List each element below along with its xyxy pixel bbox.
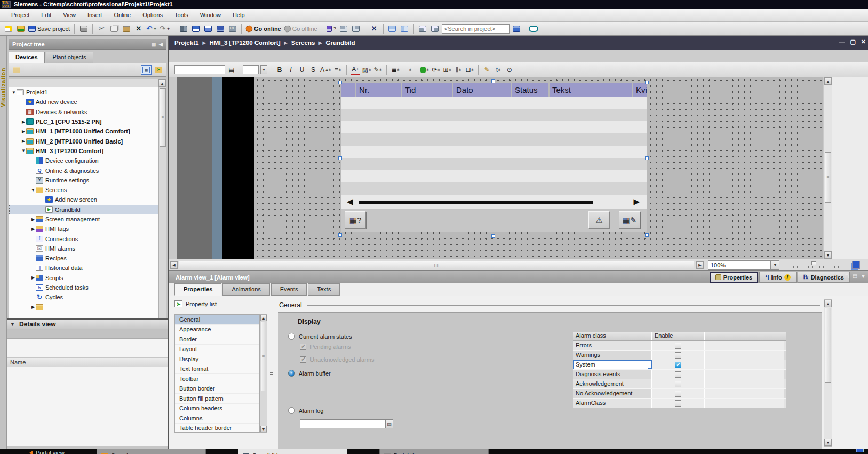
tree-item-hmi-tags[interactable]: ▶ HMI tags [9, 224, 166, 234]
tab-devices[interactable]: Devices [9, 52, 45, 63]
project-library-button[interactable] [511, 23, 522, 34]
align-button[interactable]: ≡± [333, 65, 343, 75]
collapse-panel-icon[interactable]: ▼ [861, 273, 866, 279]
property-item-button-fill[interactable]: Button fill pattern [175, 394, 259, 404]
tab-plant-objects[interactable]: Plant objects [46, 52, 93, 63]
menu-tools[interactable]: Tools [169, 10, 194, 20]
tree-item-devices-networks[interactable]: ▦ Devices & networks [9, 107, 166, 117]
inspector-splitter[interactable] [269, 314, 274, 433]
split-horizontal-button[interactable] [387, 23, 398, 34]
menu-options[interactable]: Options [137, 10, 169, 20]
scroll-left-icon[interactable]: ◀ [170, 261, 178, 269]
font-list-icon[interactable]: ▤ [227, 65, 236, 75]
fit-screen-icon[interactable] [852, 261, 860, 269]
breadcrumb-project[interactable]: Projekt1 [174, 39, 198, 46]
menu-project[interactable]: Project [5, 10, 35, 20]
collapsed-arrow-icon[interactable]: ▶ [21, 129, 26, 134]
property-item-appearance[interactable]: Appearance [175, 325, 259, 335]
details-view-toggle-button[interactable]: ▦ [141, 65, 152, 75]
property-item-button-border[interactable]: Button border [175, 384, 259, 394]
copy-button[interactable] [108, 23, 120, 34]
tree-scrollbar[interactable]: ▲ ≡ ▼ [158, 79, 166, 351]
search-input[interactable] [442, 24, 510, 34]
property-item-general[interactable]: General [175, 315, 259, 325]
split-vertical-button[interactable] [399, 23, 410, 34]
open-project-button[interactable] [15, 23, 26, 34]
enable-checkbox[interactable] [675, 352, 681, 359]
selection-handle[interactable] [645, 81, 649, 84]
save-project-button[interactable]: Save project [27, 23, 71, 34]
tree-item-plc1[interactable]: ▶ PLC_1 [CPU 1515-2 PN] [9, 117, 166, 126]
border-color-button[interactable]: ✎± [373, 65, 383, 75]
collapse-panel-icon[interactable]: ◀ [159, 42, 163, 47]
details-view-header[interactable]: ▼ Details view [7, 318, 168, 329]
italic-button[interactable]: I [286, 65, 296, 75]
selection-handle[interactable] [338, 156, 342, 160]
template-blue-bar[interactable] [212, 77, 222, 259]
scroll-up-icon[interactable]: ▲ [260, 315, 267, 321]
taskbar-overview-button[interactable]: Overview [97, 449, 206, 454]
checkbox-pending-alarms[interactable]: Pending alarms [300, 344, 351, 350]
expanded-arrow-icon[interactable]: ▼ [21, 148, 26, 153]
tree-item-grundbild[interactable]: ▶ Grundbild [9, 205, 166, 214]
alarm-log-input[interactable] [300, 419, 385, 428]
tab-info[interactable]: *iInfoi [759, 272, 797, 283]
tree-item-runtime-settings[interactable]: Y Runtime settings [9, 176, 166, 185]
simulate-rt-button[interactable]: RT [227, 23, 238, 34]
radio-alarm-buffer[interactable]: Alarm buffer [288, 370, 331, 377]
upload-from-device-button[interactable] [202, 23, 213, 34]
alarm-view-widget[interactable]: Nr. Tid Dato Status Tekst Kvitt [341, 83, 647, 233]
enable-checkbox[interactable] [675, 391, 681, 397]
window-layout-button[interactable] [429, 23, 441, 34]
property-item-table-header-border[interactable]: Table header border [175, 424, 259, 434]
tree-item-add-new-device[interactable]: ★ Add new device [9, 97, 166, 107]
scroll-left-icon[interactable]: ◀ [347, 197, 353, 206]
cut-button[interactable]: ✂ [96, 23, 107, 34]
menu-edit[interactable]: Edit [35, 10, 57, 20]
scroll-right-icon[interactable]: ▶ [696, 261, 704, 269]
tree-item-hmi1[interactable]: ▶ HMI_1 [MTP1000 Unified Comfort] [9, 126, 166, 136]
zoom-dropdown-icon[interactable]: ▼ [771, 260, 779, 270]
tree-item-hmi2[interactable]: ▶ HMI_2 [MTP1000 Unified Basic] [9, 136, 166, 146]
print-button[interactable] [78, 23, 89, 34]
stop-simulation-button[interactable] [351, 23, 362, 34]
pin-panel-icon[interactable]: ▥ [152, 42, 156, 47]
font-size-up-button[interactable]: A▲± [320, 65, 331, 75]
enable-checkbox[interactable] [675, 343, 681, 349]
checkbox-unacknowledged-alarms[interactable]: Unacknowledged alarms [300, 356, 374, 363]
rotate-button[interactable]: ⟳± [431, 65, 441, 75]
alarm-log-browse-button[interactable]: ▤ [385, 419, 393, 428]
tab-animations[interactable]: Animations [222, 283, 269, 296]
object-color-button[interactable]: ± [420, 65, 429, 75]
font-size-dropdown-icon[interactable]: ▼ [260, 65, 267, 74]
tree-item-recipes[interactable]: Recipes [9, 253, 166, 263]
tree-item-project[interactable]: ▼ Projekt1 [9, 87, 166, 97]
simulate-wand-button[interactable]: ✎ [482, 65, 492, 75]
taskbar-projekt1-button[interactable]: Projekt1 [379, 449, 489, 454]
alarm-class-row-no-acknowledgement[interactable]: No Acknowledgement [573, 389, 786, 399]
fill-color-button[interactable]: ▨± [362, 65, 371, 75]
template-black-bar[interactable] [222, 77, 254, 259]
tab-properties[interactable]: Properties [174, 283, 221, 296]
property-item-column-headers[interactable]: Column headers [175, 404, 259, 414]
breadcrumb-device[interactable]: HMI_3 [TP1200 Comfort] [210, 39, 281, 46]
canvas-hscroll-thumb[interactable]: ||| [179, 261, 694, 269]
zoom-slider[interactable] [786, 261, 845, 269]
inspector-scroll-thumb[interactable] [825, 308, 831, 383]
tree-item-partial[interactable]: ▶ [9, 302, 166, 312]
enable-checkbox[interactable] [675, 400, 681, 407]
radio-alarm-log[interactable]: Alarm log [288, 407, 323, 414]
tree-item-screens[interactable]: ▼ Screens [9, 185, 166, 195]
tree-scrollbar-thumb[interactable]: ≡ [160, 88, 166, 147]
tree-item-historical-data[interactable]: ||| Historical data [9, 263, 166, 273]
selection-handle[interactable] [338, 233, 342, 237]
tree-item-connections[interactable]: ⤴ Connections [9, 234, 166, 243]
tab-events[interactable]: Events [271, 283, 307, 296]
enable-checkbox[interactable] [675, 362, 681, 368]
selection-handle[interactable] [491, 234, 495, 238]
scroll-right-icon[interactable]: ▶ [633, 197, 640, 206]
align-objects-button[interactable]: ⊞± [442, 65, 452, 75]
tab-diagnostics[interactable]: ℞Diagnostics [798, 272, 850, 283]
distribute-button[interactable]: ⫴± [453, 65, 463, 75]
go-offline-button[interactable]: Go offline [283, 23, 318, 34]
